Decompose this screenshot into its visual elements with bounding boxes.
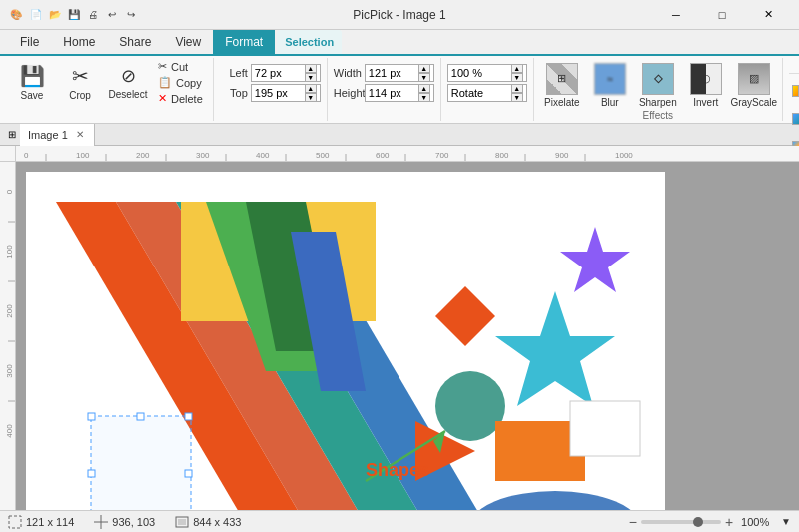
left-input[interactable]: ▲ ▼ (251, 64, 321, 82)
brightness-color (792, 85, 799, 97)
width-down[interactable]: ▼ (418, 73, 430, 82)
minimize-button[interactable]: ─ (653, 0, 699, 30)
tab-view[interactable]: View (163, 30, 213, 54)
top-down[interactable]: ▼ (305, 93, 317, 102)
save-button[interactable]: 💾 Save (10, 55, 54, 111)
svg-text:100: 100 (5, 245, 14, 259)
zoom-minus[interactable]: − (629, 514, 637, 530)
grayscale-icon: ▨ (738, 63, 770, 95)
left-up[interactable]: ▲ (305, 64, 317, 73)
selection-badge: Selection (277, 30, 342, 54)
invert-button[interactable]: ◐ Invert (684, 58, 728, 112)
ribbon-group-actions: 💾 Save ✂ Crop ⊘ Deselect ✂ Cut 📋 Copy ✕ … (4, 58, 214, 121)
width-input[interactable]: ▲ ▼ (365, 64, 434, 82)
width-label: Width (334, 67, 362, 79)
height-down[interactable]: ▼ (418, 93, 430, 102)
scale-value[interactable] (451, 67, 493, 79)
grid-icon[interactable]: ⊞ (4, 127, 20, 142)
save-icon[interactable]: 💾 (66, 7, 82, 23)
tab-share[interactable]: Share (107, 30, 163, 54)
grayscale-button[interactable]: ▨ GrayScale (732, 58, 776, 112)
scale-field-row: ▲ ▼ (447, 64, 527, 82)
undo-icon[interactable]: ↩ (104, 7, 120, 23)
sharpen-button[interactable]: ◇ Sharpen (636, 58, 680, 112)
pixelate-button[interactable]: ⊞ Pixelate (540, 58, 584, 112)
canvas-background[interactable]: Shapes LINE Curved Arrow with text Hello… (16, 162, 799, 510)
blur-button[interactable]: ≈ Blur (588, 58, 632, 112)
deselect-button[interactable]: ⊘ Deselect (106, 55, 150, 111)
redo-icon[interactable]: ↪ (123, 7, 139, 23)
height-spinner[interactable]: ▲ ▼ (418, 84, 430, 102)
maximize-button[interactable]: □ (699, 0, 745, 30)
ribbon-group-filters: ⊞ Pixelate ≈ Blur ◇ Sharpen ◐ Invert ▨ G… (534, 58, 783, 121)
ribbon-group-position: Left ▲ ▼ Top ▲ ▼ (214, 58, 328, 121)
rotate-up[interactable]: ▲ (511, 84, 523, 93)
height-value[interactable] (369, 87, 410, 99)
save-icon: 💾 (20, 64, 45, 88)
svg-rect-65 (9, 516, 21, 528)
hue-button[interactable]: Hue / Saturation (789, 106, 799, 132)
print-icon[interactable]: 🖨 (85, 7, 101, 23)
brightness-button[interactable]: Brightness / Contrast (789, 78, 799, 104)
width-spinner[interactable]: ▲ ▼ (418, 64, 430, 82)
svg-point-54 (470, 491, 640, 510)
width-value[interactable] (369, 67, 410, 79)
tab-home[interactable]: Home (51, 30, 107, 54)
zoom-dropdown[interactable]: ▼ (781, 516, 791, 527)
status-bar: 121 x 114 936, 103 844 x 433 − + 100% ▼ (0, 510, 799, 532)
crop-button[interactable]: ✂ Crop (58, 55, 102, 111)
pixelate-icon: ⊞ (546, 63, 578, 95)
svg-text:700: 700 (435, 151, 449, 160)
top-value[interactable] (255, 87, 297, 99)
left-down[interactable]: ▼ (305, 73, 317, 82)
scale-down[interactable]: ▼ (511, 73, 523, 82)
copy-button[interactable]: 📋 Copy (154, 75, 207, 90)
zoom-thumb[interactable] (693, 517, 703, 527)
rotate-spinner[interactable]: ▲ ▼ (511, 84, 523, 102)
zoom-plus[interactable]: + (725, 514, 733, 530)
rotate-value[interactable] (451, 87, 493, 99)
coords-status: 936, 103 (94, 515, 155, 529)
top-spinner[interactable]: ▲ ▼ (305, 84, 317, 102)
document-tab[interactable]: Image 1 ✕ (20, 124, 95, 146)
top-up[interactable]: ▲ (305, 84, 317, 93)
svg-point-41 (435, 371, 505, 441)
copy-icon: 📋 (158, 76, 172, 89)
image-size-text: 844 x 433 (193, 516, 241, 528)
delete-button[interactable]: ✕ Delete (154, 91, 207, 106)
invert-icon: ◐ (690, 63, 722, 95)
blur-icon: ≈ (594, 63, 626, 95)
tab-file[interactable]: File (8, 30, 51, 54)
scale-up[interactable]: ▲ (511, 64, 523, 73)
width-field-row: Width ▲ ▼ (334, 64, 434, 82)
cut-button[interactable]: ✂ Cut (154, 59, 207, 74)
rotate-down[interactable]: ▼ (511, 93, 523, 102)
svg-text:500: 500 (316, 151, 330, 160)
scale-input[interactable]: ▲ ▼ (447, 64, 527, 82)
close-button[interactable]: ✕ (745, 0, 791, 30)
left-spinner[interactable]: ▲ ▼ (305, 64, 317, 82)
svg-text:900: 900 (555, 151, 569, 160)
svg-rect-57 (88, 413, 95, 420)
tab-format[interactable]: Format (213, 30, 275, 54)
main-area: /* ruler marks */ 0 100 200 300 400 500 … (0, 146, 799, 510)
tab-close-button[interactable]: ✕ (76, 129, 84, 140)
image-canvas[interactable]: Shapes LINE Curved Arrow with text Hello… (26, 172, 665, 510)
svg-text:100: 100 (76, 151, 90, 160)
zoom-track[interactable] (641, 520, 721, 524)
height-input[interactable]: ▲ ▼ (365, 84, 434, 102)
window-controls: ─ □ ✕ (653, 0, 791, 30)
left-value[interactable] (255, 67, 297, 79)
new-icon[interactable]: 📄 (28, 7, 44, 23)
top-input[interactable]: ▲ ▼ (251, 84, 321, 102)
width-up[interactable]: ▲ (418, 64, 430, 73)
height-up[interactable]: ▲ (418, 84, 430, 93)
rotate-field-row: ▲ ▼ (447, 84, 527, 102)
top-label: Top (220, 87, 248, 99)
rotate-input[interactable]: ▲ ▼ (447, 84, 527, 102)
svg-rect-69 (178, 519, 186, 525)
open-icon[interactable]: 📂 (47, 7, 63, 23)
image-size-status: 844 x 433 (175, 515, 241, 529)
ribbon-group-effects: Effects Brightness / Contrast Hue / Satu… (783, 58, 799, 121)
scale-spinner[interactable]: ▲ ▼ (511, 64, 523, 82)
